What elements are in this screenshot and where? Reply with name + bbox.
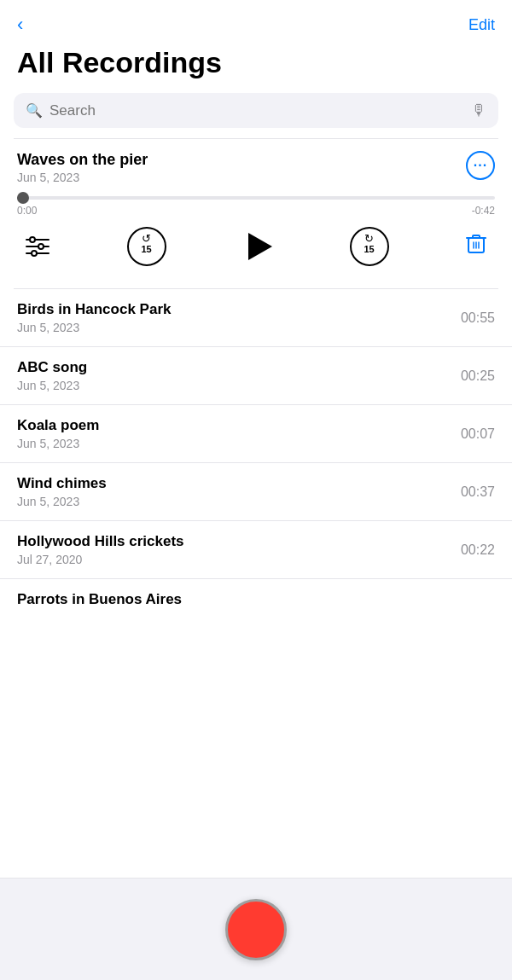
active-recording-date: Jun 5, 2023 <box>17 171 148 184</box>
recording-item[interactable]: Wind chimes Jun 5, 2023 00:37 <box>0 463 512 521</box>
page-title: All Recordings <box>0 43 512 93</box>
item-title: Wind chimes <box>17 475 107 492</box>
item-title: Birds in Hancock Park <box>17 301 171 318</box>
skip-back-button[interactable]: ↺ 15 <box>127 227 166 266</box>
item-duration: 00:07 <box>461 426 495 442</box>
options-button[interactable] <box>26 236 49 257</box>
item-duration: 00:55 <box>461 310 495 326</box>
delete-button[interactable] <box>466 233 486 260</box>
item-date: Jun 5, 2023 <box>17 321 171 334</box>
progress-container[interactable]: 0:00 -0:42 <box>17 196 495 217</box>
header: ‹ Edit <box>0 0 512 43</box>
edit-button[interactable]: Edit <box>468 16 495 34</box>
item-title: Koala poem <box>17 417 99 434</box>
recording-item[interactable]: Birds in Hancock Park Jun 5, 2023 00:55 <box>0 289 512 347</box>
more-options-button[interactable]: ··· <box>466 151 495 180</box>
item-duration: 00:37 <box>461 484 495 500</box>
recording-item[interactable]: ABC song Jun 5, 2023 00:25 <box>0 347 512 405</box>
recording-item[interactable]: Hollywood Hills crickets Jul 27, 2020 00… <box>0 521 512 579</box>
play-icon <box>248 233 272 260</box>
active-recording: Waves on the pier Jun 5, 2023 ··· 0:00 -… <box>0 139 512 288</box>
active-recording-title: Waves on the pier <box>17 151 148 169</box>
item-duration: 00:25 <box>461 368 495 384</box>
recording-item[interactable]: Koala poem Jun 5, 2023 00:07 <box>0 405 512 463</box>
playback-controls: ↺ 15 ↻ 15 <box>17 220 495 280</box>
item-title: ABC song <box>17 359 87 376</box>
item-date: Jun 5, 2023 <box>17 437 99 450</box>
progress-thumb <box>17 192 29 204</box>
search-icon: 🔍 <box>26 102 43 119</box>
trash-icon <box>466 233 486 255</box>
current-time: 0:00 <box>17 205 37 217</box>
back-button[interactable]: ‹ <box>17 14 23 36</box>
skip-forward-label: 15 <box>364 245 374 254</box>
item-date: Jun 5, 2023 <box>17 379 87 392</box>
play-button[interactable] <box>243 233 272 260</box>
record-button[interactable] <box>225 899 287 960</box>
item-duration: 00:22 <box>461 542 495 558</box>
progress-times: 0:00 -0:42 <box>17 205 495 217</box>
item-title: Parrots in Buenos Aires <box>17 591 182 608</box>
item-date: Jun 5, 2023 <box>17 495 107 508</box>
equalizer-icon <box>26 236 49 257</box>
recordings-list: Birds in Hancock Park Jun 5, 2023 00:55 … <box>0 289 512 620</box>
search-input[interactable] <box>49 102 464 119</box>
progress-track[interactable] <box>17 196 495 200</box>
remaining-time: -0:42 <box>472 205 495 217</box>
recording-item-partial[interactable]: Parrots in Buenos Aires <box>0 579 512 620</box>
search-bar: 🔍 🎙 <box>14 93 498 128</box>
item-date: Jul 27, 2020 <box>17 553 184 566</box>
skip-forward-button[interactable]: ↻ 15 <box>350 227 389 266</box>
skip-back-label: 15 <box>141 245 151 254</box>
microphone-icon[interactable]: 🎙 <box>471 101 486 119</box>
item-title: Hollywood Hills crickets <box>17 533 184 550</box>
bottom-bar <box>0 878 512 980</box>
